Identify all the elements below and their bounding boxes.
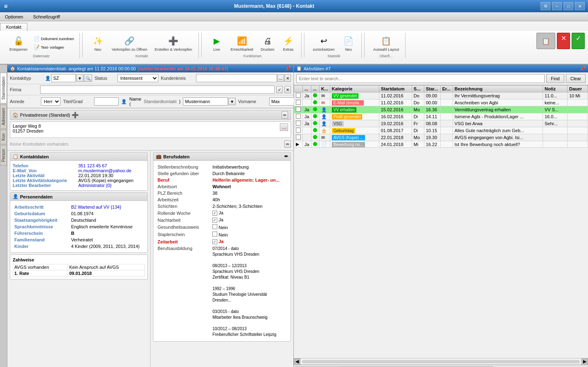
col-kategorie[interactable]: Kategorie	[330, 86, 379, 92]
entsperren-button[interactable]: 🔓 Entsperren	[7, 33, 30, 53]
dokument-button[interactable]: 📄 Dokument zuordnen	[32, 35, 76, 43]
kundenkreis-btn2[interactable]: ✕	[284, 74, 291, 82]
kundenkreis-btn1[interactable]: ...	[277, 74, 284, 82]
row4-checkbox[interactable]	[296, 114, 301, 119]
vorname-label: Vorname	[238, 99, 267, 104]
kontakttyp-input[interactable]	[51, 74, 76, 82]
tab-person[interactable]: Person	[0, 145, 7, 166]
sep3	[304, 33, 304, 57]
email-link[interactable]: m.mustermann@yahoo.de	[78, 168, 131, 173]
row3-checkbox[interactable]	[296, 107, 301, 112]
kontakttyp-row: Kontakttyp 👤 ▼ 🔍 Status Interessent Kund…	[7, 72, 293, 84]
berufsdaten-edit[interactable]: ✏	[284, 154, 288, 159]
erstellen-button[interactable]: ➕ Erstellen & Verknüpfen	[152, 33, 195, 53]
table-row[interactable]: Ja 👤 Profil gesendet 16.02.2016 Di 14.11…	[294, 113, 588, 120]
col-er[interactable]: Er...	[440, 86, 453, 92]
auswahl-button[interactable]: 📋 Auswahl Layout	[370, 33, 402, 53]
delete-button[interactable]: ✕	[557, 33, 570, 49]
verknuepfen-button[interactable]: 🔗 Verknüpfen zu Öffnen	[109, 33, 150, 53]
tab-stammdaten[interactable]: Stammdaten	[0, 73, 7, 104]
tab-adressen[interactable]: Adressen	[0, 104, 7, 129]
maximize-button[interactable]: □	[563, 2, 573, 10]
telefon-label: Telefon	[13, 163, 78, 168]
col-star[interactable]: Star...	[424, 86, 440, 92]
col-k[interactable]: K...	[319, 86, 330, 92]
confirm-icon: ✓	[576, 34, 581, 42]
zuruecksetzen-button[interactable]: ↩ zurücksetzen	[310, 33, 338, 53]
contact-panel: 🏠 Kontaktstammdatenblatt- angelegt am 11…	[7, 65, 294, 367]
firma-input[interactable]	[40, 86, 275, 94]
kontakttyp-dropdown-btn[interactable]: ▼	[76, 74, 83, 82]
row5-checkbox[interactable]	[296, 121, 301, 126]
table-row[interactable]: Ja ✉ VV gesendet 11.02.2016 Do 09.00 Ihr…	[294, 92, 588, 99]
table-row[interactable]: ▶ Ja 📄 Bewerbung no... 24.01.2018 Mi 16.…	[294, 141, 588, 148]
tab-kon[interactable]: Kon	[0, 130, 7, 144]
table-row[interactable]: 🎂 Geburtstag 01.08.2017 Di 10.15 Alles G…	[294, 127, 588, 134]
neu-button[interactable]: ✨ Neu	[88, 33, 107, 53]
status-select[interactable]: Interessent	[117, 74, 158, 82]
row2-checkbox[interactable]	[296, 100, 301, 105]
konto-edit-btn[interactable]: ✏	[284, 140, 291, 148]
left-side-tabs: Stammdaten Adressen Kon Person	[0, 65, 7, 367]
title-bar-controls[interactable]: ⧉ ─ □ ✕	[541, 2, 585, 10]
menu-schnellzugriff[interactable]: Schnellzugriff	[28, 12, 65, 21]
col-dots1[interactable]: ...	[303, 86, 311, 92]
col-startdatum[interactable]: Startdatum	[379, 86, 412, 92]
live-button[interactable]: ▶ Live	[207, 33, 226, 53]
col-dauer[interactable]: Dauer	[568, 86, 588, 92]
kontakttyp-search-btn[interactable]: 🔍	[84, 74, 92, 82]
table-row[interactable]: ✉ AVGS (Kopie) ... 22.01.2018 Mo 19.30 A…	[294, 134, 588, 141]
table-row[interactable]: Ja 👤 VSG 19.02.2016 Fr 08.08 VSG bei Arw…	[294, 120, 588, 127]
activities-pin[interactable]: 📌	[580, 66, 586, 71]
menu-optionen[interactable]: Optionen	[0, 12, 28, 21]
drucken-button[interactable]: 🖨 Drucken	[258, 33, 277, 53]
bearb-link[interactable]: Administrator {0}	[78, 183, 111, 188]
table-row[interactable]: Ja 👤 VV erhalten 15.02.2016 Mo 16.36 Ver…	[294, 106, 588, 113]
row5-notiz: Sehr...	[543, 120, 568, 127]
close-button[interactable]: ✕	[575, 2, 585, 10]
minimize-button[interactable]: ─	[552, 2, 562, 10]
col-notiz[interactable]: Notiz	[543, 86, 568, 92]
restore-button[interactable]: ⧉	[541, 2, 550, 10]
col-bezeichnung[interactable]: Bezeichnung	[453, 86, 543, 92]
row1-checkbox[interactable]	[296, 93, 301, 98]
confirm-button[interactable]: ✓	[572, 33, 585, 49]
name-input[interactable]	[183, 97, 228, 106]
scroll-left-btn[interactable]: ◀	[294, 358, 300, 365]
arbeitsschritt-link[interactable]: B2 Wartend auf VV {134}	[71, 205, 122, 209]
contact-header-pin[interactable]: 📌	[285, 66, 291, 71]
col-dots2[interactable]: ...	[311, 86, 319, 92]
addr-book-btn[interactable]: 📖	[280, 124, 288, 131]
name-input-group: ▼	[183, 97, 236, 106]
row8-bezeichnung: Ist Ihre Bewerbung noch aktuell?	[453, 141, 543, 148]
search-input[interactable]	[296, 74, 545, 83]
add-address-btn[interactable]: ➕	[72, 111, 79, 119]
row4-kategorie: Profil gesendet	[330, 113, 379, 120]
addr-edit-btn[interactable]: ✏	[282, 111, 288, 119]
telefon-link[interactable]: 351 123 45 67	[78, 163, 107, 168]
titel-input[interactable]	[94, 97, 119, 106]
kundenkreis-input[interactable]	[196, 74, 277, 82]
name-dropdown-btn[interactable]: ▼	[228, 98, 236, 105]
row8-star: 16.22	[424, 141, 440, 148]
row7-checkbox[interactable]	[296, 135, 301, 140]
text-button[interactable]: 📝 Text- vorlagen	[32, 43, 76, 51]
erreichbarkeit-button[interactable]: 📶 Erreichbarkeit	[228, 33, 257, 53]
save-draft-button[interactable]: 📋	[536, 33, 555, 49]
firma-confirm-btn[interactable]: ✓	[276, 86, 283, 93]
gesund-cb	[212, 224, 217, 229]
anrede-select[interactable]: Herr	[41, 97, 61, 106]
col-s[interactable]: S...	[412, 86, 424, 92]
extras-button[interactable]: ⚡ Extras	[279, 33, 298, 53]
row6-checkbox[interactable]	[296, 128, 301, 133]
row1-startdatum: 11.02.2016	[379, 92, 412, 99]
clear-button[interactable]: Clear	[566, 74, 586, 83]
find-button[interactable]: Find	[546, 74, 564, 83]
scroll-right-btn[interactable]: ▶	[581, 358, 588, 365]
table-row[interactable]: ✉ E-Mail (empfa... 11.02.2016 Do 00.00 A…	[294, 99, 588, 106]
letzter-bearb-label: Letzter Bearbeiter	[13, 183, 78, 188]
address-city: 01257 Dresden	[13, 128, 43, 133]
firma-clear-btn[interactable]: ✕	[284, 86, 291, 93]
ribbon-tab-kontakt[interactable]: Kontakt	[0, 23, 27, 31]
statistik-neu-button[interactable]: 📄 Neu	[339, 33, 358, 53]
